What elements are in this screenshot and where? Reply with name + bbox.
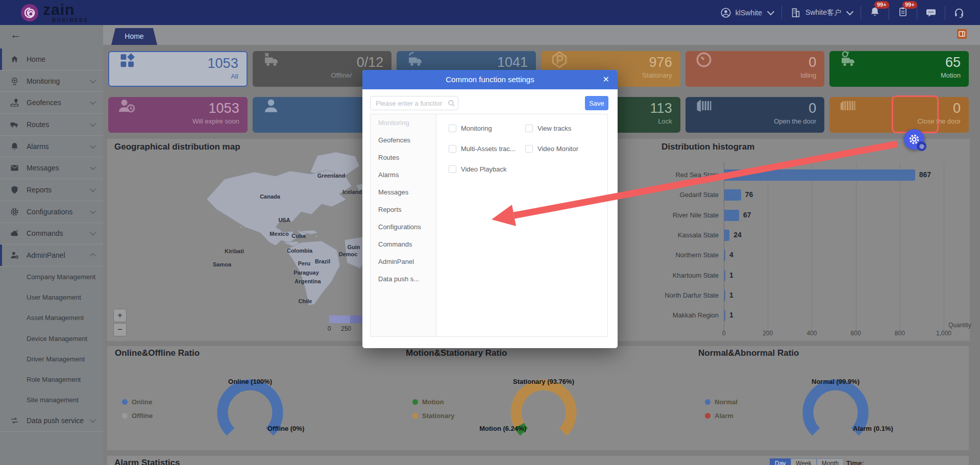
common-function-settings-button[interactable] <box>904 129 924 150</box>
chat-button[interactable] <box>917 0 945 25</box>
tasks-button[interactable]: 99+ <box>889 0 917 25</box>
sidebar-item-alarms[interactable]: Alarms <box>0 136 103 158</box>
histogram-bar <box>724 169 915 181</box>
checkbox-label: Video Monitor <box>537 145 578 153</box>
legend-item-stationary[interactable]: Stationary <box>412 412 455 420</box>
gauge-top-label: Online (100%) <box>228 378 272 385</box>
sidebar-item-home[interactable]: Home <box>0 48 103 70</box>
card-value: 0 <box>953 101 961 115</box>
company-menu[interactable]: Swhite客户 <box>782 0 861 25</box>
sidebar-item-messages[interactable]: Messages <box>0 158 103 180</box>
sidebar-item-label: Device Management <box>27 334 87 342</box>
map-zoom-in-button[interactable]: + <box>113 309 127 322</box>
modal-menu-item-geofences[interactable]: Geofences <box>371 132 436 149</box>
histogram-bar <box>724 230 729 241</box>
card-all[interactable]: 1053All <box>108 51 248 87</box>
sidebar-item-site-management[interactable]: Site management <box>0 389 103 410</box>
modal-menu-item-routes[interactable]: Routes <box>371 149 436 166</box>
support-button[interactable] <box>945 0 973 25</box>
geofences-icon <box>10 98 19 108</box>
sidebar-item-commands[interactable]: Commands <box>0 223 103 245</box>
map-scale-segment <box>329 315 350 323</box>
sidebar-item-label: User Management <box>27 293 81 301</box>
card-will-expire[interactable]: 1053Will expire soon <box>108 97 248 133</box>
range-button-week[interactable]: Week <box>791 458 816 465</box>
modal-menu-item-alarms[interactable]: Alarms <box>371 166 436 184</box>
zain-logo-icon <box>20 4 39 22</box>
map-label-greenland: Greenland <box>317 173 345 179</box>
checkbox-icon <box>525 125 533 132</box>
sidebar-item-geofences[interactable]: Geofences <box>0 92 103 114</box>
map-label-colombia: Colombia <box>287 248 312 254</box>
sidebar-item-device-management[interactable]: Device Management <box>0 328 103 349</box>
histogram-bar <box>724 310 725 321</box>
grid-diamond-icon <box>118 52 137 70</box>
modal-menu-item-monitoring[interactable]: Monitoring <box>371 114 436 132</box>
sidebar-item-routes[interactable]: Routes <box>0 114 103 136</box>
card-value: 1053 <box>209 101 239 115</box>
notifications-button[interactable]: 99+ <box>861 0 889 25</box>
legend-item-online[interactable]: Online <box>122 398 152 406</box>
legend-item-motion[interactable]: Motion <box>412 398 444 406</box>
modal-menu-item-messages[interactable]: Messages <box>371 184 436 201</box>
function-checkbox-video-monitor[interactable]: Video Monitor <box>525 145 578 153</box>
histogram-bar <box>724 250 725 261</box>
legend-dot <box>705 399 710 405</box>
function-checkbox-view-tracks[interactable]: View tracks <box>525 125 571 132</box>
function-checkbox-monitoring[interactable]: Monitoring <box>449 125 492 132</box>
checkbox-label: Monitoring <box>461 125 492 132</box>
mini-gear-icon <box>917 141 926 151</box>
legend-dot <box>705 413 710 419</box>
legend-label: Motion <box>422 398 444 406</box>
panel-toggle-icon[interactable] <box>957 29 967 39</box>
modal-menu-item-commands[interactable]: Commands <box>371 236 436 253</box>
function-checkbox-video-playback[interactable]: Video Playback <box>449 165 506 173</box>
back-arrow-button[interactable]: ← <box>10 28 21 41</box>
map-label-chile: Chile <box>299 298 312 304</box>
close-icon[interactable]: ✕ <box>603 75 609 84</box>
map-label-samoa: Samoa <box>213 261 231 267</box>
sidebar-item-adminpanel[interactable]: AdminPanel <box>0 244 103 266</box>
map-label-guin: Guin <box>347 244 360 250</box>
card-motion[interactable]: 65Motion <box>829 51 969 87</box>
person-clock-icon <box>117 96 136 115</box>
function-checkbox-multi-assets-trac-[interactable]: Multi-Assets trac... <box>449 145 516 153</box>
range-button-day[interactable]: Day <box>770 458 791 465</box>
checkbox-label: Multi-Assets trac... <box>461 145 516 153</box>
user-menu[interactable]: klSwhite <box>712 0 781 25</box>
modal-menu-item-reports[interactable]: Reports <box>371 201 436 218</box>
sidebar-item-role-management[interactable]: Role Management <box>0 369 103 389</box>
histogram-category-label: Makkah Region <box>605 311 719 319</box>
legend-item-normal[interactable]: Normal <box>705 398 738 406</box>
alarm-statistics-title: Alarm Statistics <box>114 458 180 465</box>
tab-home[interactable]: Home <box>111 28 157 45</box>
histogram-title: Distribution histogram <box>662 142 754 152</box>
save-button[interactable]: Save <box>585 96 608 110</box>
legend-item-alarm[interactable]: Alarm <box>705 412 733 420</box>
sidebar-item-company-management[interactable]: Company Management <box>0 266 103 287</box>
sidebar-item-monitoring[interactable]: Monitoring <box>0 70 103 92</box>
modal-menu-item-adminpanel[interactable]: AdminPanel <box>371 253 436 271</box>
function-search-input[interactable] <box>370 96 458 110</box>
modal-menu-item-configurations[interactable]: Configurations <box>371 218 436 236</box>
sidebar-item-reports[interactable]: Reports <box>0 179 103 201</box>
histogram-bar <box>724 290 725 301</box>
map-label-brazil: Brazil <box>315 258 330 264</box>
range-button-month[interactable]: Month <box>817 458 844 465</box>
sidebar-item-asset-management[interactable]: Asset Management <box>0 307 103 328</box>
card-idling[interactable]: 0Idling <box>685 51 825 87</box>
map-zoom-out-button[interactable]: − <box>113 323 127 336</box>
sidebar-item-driver-management[interactable]: Driver Management <box>0 349 103 369</box>
sidebar-item-configurations[interactable]: Configurations <box>0 201 103 223</box>
sidebar-item-data-push-service[interactable]: Data push service <box>0 410 103 432</box>
search-icon <box>447 99 455 107</box>
sidebar-item-user-management[interactable]: User Management <box>0 287 103 307</box>
card-open-door[interactable]: 0Open the door <box>685 97 825 133</box>
modal-menu-item-data-push-s-[interactable]: Data push s... <box>371 271 436 288</box>
legend-item-offline[interactable]: Offline <box>122 412 153 420</box>
sidebar-item-label: Routes <box>27 120 49 129</box>
chevron-down-icon <box>90 77 95 83</box>
chevron-down-icon <box>90 230 95 235</box>
histogram-value-label: 24 <box>733 231 742 239</box>
histogram-axis-label: Quantity <box>948 322 971 329</box>
